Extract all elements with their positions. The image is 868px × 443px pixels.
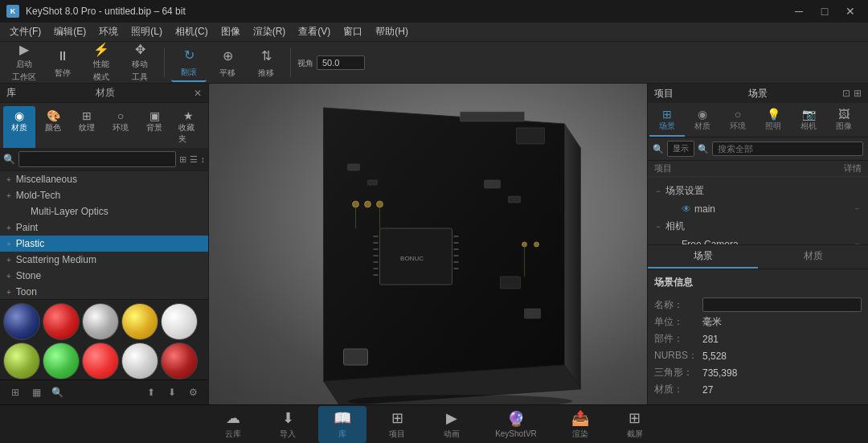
- mat-label-7: Toon: [16, 286, 37, 297]
- bottom-btn-动画[interactable]: ▶动画: [428, 406, 476, 443]
- swatch-2[interactable]: [82, 303, 119, 340]
- scene-tab-环境[interactable]: ○环境: [720, 105, 755, 137]
- menu-item-h[interactable]: 帮助(H): [369, 23, 415, 40]
- lib-tab-纹理[interactable]: ⊞纹理: [71, 106, 103, 148]
- search-input[interactable]: [18, 151, 176, 167]
- export-btn[interactable]: ⬇: [163, 384, 181, 401]
- toolbar-performance[interactable]: ⚡ 性能 模式: [84, 43, 119, 82]
- scene-tab-场景[interactable]: ⊞场景: [649, 105, 685, 137]
- maximize-button[interactable]: □: [813, 3, 836, 19]
- bottom-btn-KeyShotVR[interactable]: 🔮KeyShotVR: [482, 407, 550, 441]
- list-view-icon[interactable]: ☰: [190, 154, 198, 165]
- list-btn[interactable]: ▦: [27, 384, 45, 401]
- lib-tab-颜色[interactable]: 🎨颜色: [37, 106, 69, 148]
- close-panel-icon[interactable]: ✕: [194, 88, 202, 99]
- swatch-0[interactable]: [3, 303, 40, 340]
- info-value-1: 毫米: [702, 315, 862, 329]
- bottom-btn-截屏[interactable]: ⊞截屏: [611, 406, 659, 443]
- bottom-btn-云库[interactable]: ☁云库: [209, 406, 257, 443]
- mat-item-mold-tech[interactable]: +Mold-Tech: [0, 187, 208, 203]
- fov-group: 视角: [297, 55, 365, 70]
- tree-row-场景设置[interactable]: －场景设置: [648, 182, 868, 200]
- mat-item-plastic[interactable]: +Plastic: [0, 236, 208, 252]
- options-btn[interactable]: ⚙: [184, 384, 202, 401]
- menu-item-r[interactable]: 渲染(R): [247, 23, 293, 40]
- search-icon: 🔍: [3, 154, 15, 165]
- mat-item-scattering-medium[interactable]: +Scattering Medium: [0, 252, 208, 268]
- scene-tab-相机[interactable]: 📷相机: [791, 105, 826, 137]
- fov-input[interactable]: [317, 55, 365, 70]
- bottom-icon-动画: ▶: [446, 409, 457, 427]
- mat-item-stone[interactable]: +Stone: [0, 268, 208, 284]
- tree-header: 项目 详情: [648, 161, 868, 177]
- lib-tab-收藏夹[interactable]: ★收藏夹: [172, 106, 205, 148]
- search-bottom-btn[interactable]: 🔍: [48, 384, 66, 401]
- mat-item-paint[interactable]: +Paint: [0, 219, 208, 236]
- mat-item-toon[interactable]: +Toon: [0, 284, 208, 299]
- menu-item-[interactable]: 窗口: [337, 23, 369, 40]
- bottom-btn-项目[interactable]: ⊞项目: [373, 406, 421, 443]
- library-header: 库 材质 ✕: [0, 84, 208, 103]
- menu-item-f[interactable]: 文件(F): [3, 23, 47, 40]
- mat-item-multi-layer-optics[interactable]: Multi-Layer Optics: [0, 203, 208, 219]
- display-button[interactable]: 显示: [667, 141, 694, 157]
- expand-icon[interactable]: ⊞: [854, 88, 862, 99]
- detach-icon[interactable]: ⊡: [842, 88, 850, 99]
- scene-tab-照明[interactable]: 💡照明: [755, 105, 791, 137]
- toolbar-dolly[interactable]: ⇅ 推移: [248, 43, 284, 82]
- tree-row-相机[interactable]: －相机: [648, 217, 868, 236]
- grid-view-icon[interactable]: ⊞: [179, 154, 186, 165]
- viewport[interactable]: BONUC: [209, 84, 647, 404]
- sort-icon[interactable]: ↕: [201, 154, 206, 164]
- menu-item-[interactable]: 图像: [215, 23, 247, 40]
- eye-icon-1[interactable]: 👁: [682, 203, 691, 215]
- menu-item-[interactable]: 环境: [92, 23, 125, 40]
- bottom-btn-库[interactable]: 📖库: [318, 406, 366, 443]
- sm-tab-场景[interactable]: 场景: [648, 245, 758, 269]
- mat-label-4: Plastic: [16, 238, 44, 249]
- lib-tab-背景[interactable]: ▣背景: [138, 106, 170, 148]
- swatch-6[interactable]: [43, 343, 80, 379]
- swatch-1[interactable]: [43, 303, 80, 340]
- close-button[interactable]: ✕: [839, 3, 862, 19]
- import-btn[interactable]: ⬆: [142, 384, 160, 401]
- lib-tab-环境[interactable]: ○环境: [104, 106, 137, 148]
- info-label-1: 单位：: [654, 315, 702, 329]
- scene-tab-材质[interactable]: ◉材质: [685, 105, 720, 137]
- swatch-5[interactable]: [3, 343, 40, 379]
- menu-item-v[interactable]: 查看(V): [292, 23, 337, 40]
- perf-label2: 模式: [93, 72, 109, 83]
- toolbar-pause[interactable]: ⏸ 暂停: [45, 43, 80, 82]
- scene-tab-图像[interactable]: 🖼图像: [826, 105, 862, 137]
- lib-tab-label-背景: 背景: [146, 122, 162, 133]
- mat-label-1: Mold-Tech: [16, 190, 60, 201]
- expand-plus-0: +: [6, 175, 11, 184]
- sm-tab-材质[interactable]: 材质: [758, 245, 868, 269]
- lib-tab-材质[interactable]: ◉材质: [3, 106, 35, 148]
- info-input-0[interactable]: [702, 297, 862, 312]
- scene-search-input[interactable]: [712, 142, 863, 156]
- mat-item-miscellaneous[interactable]: +Miscellaneous: [0, 171, 208, 187]
- grid-btn[interactable]: ⊞: [6, 384, 24, 401]
- bottom-btn-渲染[interactable]: 📤渲染: [556, 406, 604, 443]
- bottom-btn-导入[interactable]: ⬇导入: [264, 406, 312, 443]
- menu-item-l[interactable]: 照明(L): [125, 23, 169, 40]
- expand-plus-4: +: [6, 240, 11, 248]
- menu-item-e[interactable]: 编辑(E): [47, 23, 92, 40]
- toolbar-movetool[interactable]: ✥ 移动 工具: [122, 43, 158, 82]
- toolbar-tumble[interactable]: ↻ 翻滚: [171, 43, 207, 82]
- toolbar-pan[interactable]: ⊕ 平移: [210, 43, 245, 82]
- swatch-7[interactable]: [82, 343, 119, 379]
- menu-item-c[interactable]: 相机(C): [169, 23, 215, 40]
- window-controls[interactable]: ─ □ ✕: [788, 3, 862, 19]
- swatch-4[interactable]: [161, 303, 198, 340]
- main-layout: 库 材质 ✕ ◉材质🎨颜色⊞纹理○环境▣背景★收藏夹 🔍 ⊞ ☰ ↕ +Misc…: [0, 84, 868, 404]
- tree-row-main[interactable]: 👁main－: [648, 200, 868, 217]
- swatch-8[interactable]: [121, 343, 158, 379]
- minimize-button[interactable]: ─: [788, 3, 810, 19]
- info-value-4: 735,398: [702, 367, 862, 379]
- swatch-9[interactable]: [161, 343, 198, 379]
- swatch-3[interactable]: [121, 303, 158, 340]
- tree-row-free-camera[interactable]: Free Camera－: [648, 236, 868, 244]
- toolbar-start[interactable]: ▶ 启动 工作区: [6, 43, 42, 82]
